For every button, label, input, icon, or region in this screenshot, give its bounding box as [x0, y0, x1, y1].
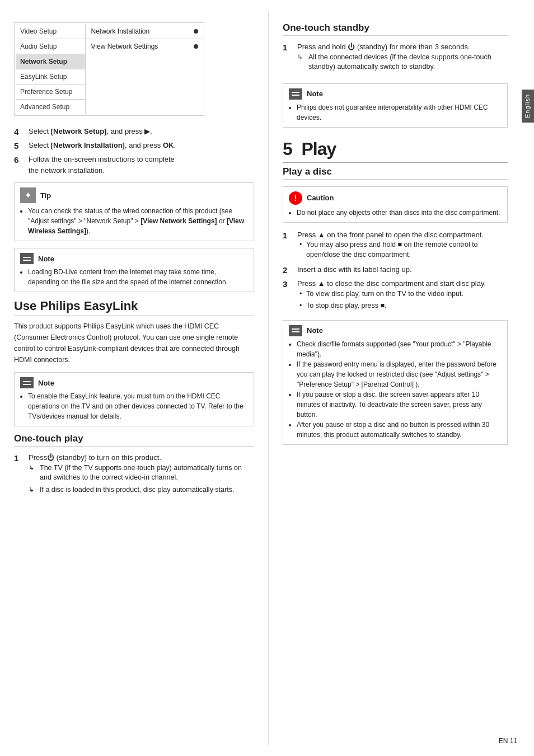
bullet-dot-2 [194, 44, 198, 49]
standby-note-box: Note Philips does not guarantee interope… [283, 83, 508, 128]
menu-item-preference-setup[interactable]: Preference Setup [16, 84, 85, 100]
easylink-note-icon [20, 377, 34, 388]
play-note-line-2 [292, 331, 299, 332]
play-sub1-text: You may also press and hold ■ on the rem… [306, 240, 508, 260]
play-sub3-1-text: To view disc play, turn on the TV to the… [306, 289, 463, 299]
play-note-item-1: If the password entry menu is displayed,… [297, 359, 502, 389]
one-touch-play-heading: One-touch play [14, 433, 254, 447]
menu-item-easylink-setup[interactable]: EasyLink Setup [16, 69, 85, 84]
easylink-note-icon-line-1 [23, 381, 31, 382]
left-column: Video Setup Audio Setup Network Setup Ea… [0, 11, 269, 745]
play-step2-text: Insert a disc with its label facing up. [297, 264, 412, 276]
note-box-1: Note Loading BD-Live content from the in… [14, 248, 254, 292]
step-6-text-a: Follow the on-screen instructions to com… [29, 154, 175, 165]
play-step1-sub1: • You may also press and hold ■ on the r… [297, 240, 508, 260]
menu-item-video-setup[interactable]: Video Setup [16, 24, 85, 39]
ots-step1: 1 Press and hold ⏻ (standby) for more th… [283, 41, 508, 74]
step-5-text: Select [Network Installation], and press… [29, 140, 176, 152]
easylink-note-box: Note To enable the EasyLink feature, you… [14, 372, 254, 426]
play-disc-steps: 1 Press ▲ on the front panel to open the… [283, 229, 508, 313]
play-sub-bullet-1: • [297, 240, 306, 260]
language-tab: English [522, 90, 534, 123]
ots-step1-num: 1 [283, 41, 295, 74]
menu-item-audio-setup[interactable]: Audio Setup [16, 39, 85, 54]
play-sub-bullet-2: • [297, 289, 306, 299]
easylink-note-header: Note [20, 377, 248, 388]
otp-sub1-text: The TV (if the TV supports one-touch pla… [40, 463, 254, 483]
play-step1: 1 Press ▲ on the front panel to open the… [283, 229, 508, 262]
menu-right-view-network-settings[interactable]: View Network Settings [87, 39, 203, 54]
easylink-note-content: To enable the EasyLink feature, you must… [20, 391, 248, 421]
play-note-line-1 [292, 328, 299, 330]
easylink-note-icon-line-2 [23, 384, 31, 385]
tip-icon: ✦ [20, 187, 36, 203]
note-label-1: Note [38, 255, 54, 263]
one-touch-play-step1: 1 Press⏻ (standby) to turn on this produ… [14, 452, 254, 497]
otp-step1-main: Press⏻ (standby) to turn on this product… [29, 452, 254, 463]
standby-note-line-1 [292, 92, 299, 93]
one-touch-play-section: One-touch play 1 Press⏻ (standby) to tur… [14, 433, 254, 497]
right-column: One-touch standby 1 Press and hold ⏻ (st… [269, 11, 522, 745]
note-icon-1 [20, 253, 34, 264]
standby-note-item: Philips does not guarantee interoperabil… [297, 102, 502, 123]
chapter5-num: 5 [283, 139, 293, 159]
standby-note-content: Philips does not guarantee interoperabil… [289, 102, 502, 123]
note-icon-line-2 [23, 260, 31, 261]
step-6-text-b: the network installation. [29, 165, 175, 176]
otp-arrow-2: ↳ [29, 485, 40, 495]
steps-section: 4 Select [Network Setup], and press ▶. 5… [14, 126, 254, 176]
standby-note-line-2 [292, 95, 299, 96]
caution-content: Do not place any objects other than disc… [289, 208, 502, 218]
play-disc-note-label: Note [307, 326, 323, 335]
tip-item: You can check the status of the wired co… [28, 206, 248, 236]
caution-header: ! Caution [289, 191, 502, 205]
play-sub3-2-text: To stop disc play, press ■. [306, 301, 387, 311]
view-network-settings-label: View Network Settings [91, 43, 158, 50]
easylink-note-label: Note [38, 379, 54, 387]
play-step2-num: 2 [283, 264, 295, 276]
tip-content: You can check the status of the wired co… [20, 206, 248, 236]
menu-item-advanced-setup[interactable]: Advanced Setup [16, 100, 85, 114]
caution-label: Caution [307, 194, 334, 202]
caution-box: ! Caution Do not place any objects other… [283, 186, 508, 223]
step-4-num: 4 [14, 126, 26, 138]
play-disc-note-box: Note Check disc/file formats supported (… [283, 320, 508, 445]
play-step3-num: 3 [283, 278, 295, 313]
play-step3-sub2: • To stop disc play, press ■. [297, 301, 486, 311]
page-number: EN 11 [499, 737, 517, 745]
otp-step1-num: 1 [14, 452, 26, 497]
one-touch-standby-section: One-touch standby 1 Press and hold ⏻ (st… [283, 22, 508, 74]
ots-step1-sub1: ↳ All the connected devices (if the devi… [297, 53, 508, 72]
menu-right-column: Network Installation View Network Settin… [87, 24, 203, 114]
play-note-item-3: After you pause or stop a disc and no bu… [297, 420, 502, 440]
menu-table: Video Setup Audio Setup Network Setup Ea… [14, 22, 204, 116]
standby-note-label: Note [307, 90, 323, 98]
play-disc-note-header: Note [289, 325, 502, 336]
easylink-body: This product supports Philips EasyLink w… [14, 321, 254, 365]
tip-header-label: Tip [40, 191, 51, 200]
chapter5-container: 5 Play [283, 139, 508, 163]
bullet-dot-1 [194, 29, 198, 34]
step-5: 5 Select [Network Installation], and pre… [14, 140, 254, 152]
step-6-num: 6 [14, 154, 26, 176]
step-4-text: Select [Network Setup], and press ▶. [29, 126, 152, 138]
play-step1-main: Press ▲ on the front panel to open the d… [297, 229, 508, 241]
menu-left-column: Video Setup Audio Setup Network Setup Ea… [16, 24, 86, 114]
otp-arrow-1: ↳ [29, 463, 40, 483]
ots-step1-main: Press and hold ⏻ (standby) for more than… [297, 41, 508, 53]
menu-item-network-setup[interactable]: Network Setup [16, 54, 85, 69]
play-disc-heading: Play a disc [283, 166, 508, 180]
caution-icon: ! [289, 191, 302, 205]
play-disc-note-content: Check disc/file formats supported (see "… [289, 339, 502, 440]
ots-sub1-text: All the connected devices (if the device… [308, 53, 508, 72]
play-step1-num: 1 [283, 229, 295, 262]
play-step3-main: Press ▲ to close the disc compartment an… [297, 278, 486, 289]
note-icon-line-1 [23, 257, 31, 258]
play-note-item-2: If you pause or stop a disc, the screen … [297, 389, 502, 420]
play-note-item-0: Check disc/file formats supported (see "… [297, 339, 502, 359]
note-header-1: Note [20, 253, 248, 264]
menu-right-network-installation[interactable]: Network Installation [87, 24, 203, 39]
chapter5-title: Play [301, 139, 336, 159]
note-item-1: Loading BD-Live content from the interne… [28, 267, 248, 287]
otp-step1-sub2: ↳ If a disc is loaded in this product, d… [29, 485, 254, 495]
